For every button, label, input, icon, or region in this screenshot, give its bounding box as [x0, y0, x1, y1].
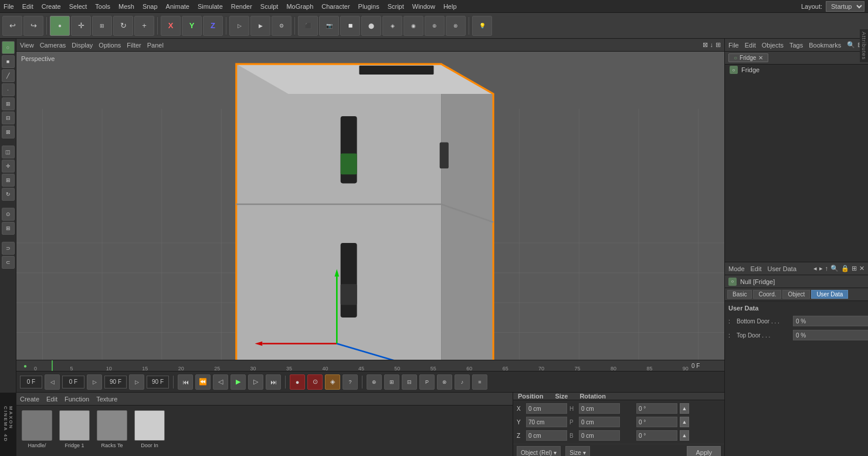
coord-y-pos-input[interactable] [526, 417, 567, 427]
coord-z-size-input[interactable] [579, 430, 620, 441]
coord-y-rot-input[interactable] [636, 417, 677, 427]
obj-menu-objects[interactable]: Objects [762, 42, 784, 49]
move-tool-btn[interactable]: ✛ [2, 160, 15, 173]
motion-record-btn[interactable]: ⊕ [367, 374, 382, 390]
material-fridge[interactable]: Fridge 1 [57, 410, 91, 451]
viewport-menu-panel[interactable]: Panel [147, 42, 164, 49]
bottom-door-value-input[interactable] [793, 316, 868, 326]
key-all-btn[interactable]: ◈ [325, 374, 340, 390]
go-to-start-btn[interactable]: ⏮ [178, 374, 193, 390]
menu-animate[interactable]: Animate [166, 3, 189, 10]
fridge-tab[interactable]: ○ Fridge ✕ [728, 53, 768, 62]
grid-btn[interactable]: ⊞ [2, 222, 15, 235]
attr-expand-icon[interactable]: ⊞ [852, 265, 857, 272]
render-settings-button[interactable]: ⚙ [272, 16, 291, 36]
start-frame-input[interactable] [20, 376, 42, 389]
menu-mograph[interactable]: MoGraph [286, 3, 313, 10]
timeline-ruler[interactable]: 0 5 10 15 20 25 30 35 40 45 50 55 60 65 … [34, 360, 689, 371]
viewport-maximize-icon[interactable]: ⊠ [703, 41, 708, 49]
coord-x-size-input[interactable] [579, 403, 620, 414]
scale-tool-button[interactable]: ⊞ [92, 16, 112, 36]
menu-create[interactable]: Create [42, 3, 61, 10]
snapping-button[interactable]: 🔲 [340, 16, 360, 36]
step-back-btn[interactable]: ◁ [213, 374, 228, 390]
attr-menu-edit[interactable]: Edit [751, 265, 762, 272]
size-dropdown[interactable]: Size ▾ [565, 446, 589, 456]
auto-key-btn[interactable]: ⊙ [307, 374, 323, 390]
attr-forward-icon[interactable]: ▸ [819, 265, 823, 272]
viewport-menu-display[interactable]: Display [72, 42, 93, 49]
viewport-menu-filter[interactable]: Filter [127, 42, 141, 49]
world-coord-button[interactable]: ⊗ [446, 16, 466, 36]
deform-button[interactable]: ◉ [404, 16, 423, 36]
timeline-btn[interactable]: ⊟ [402, 374, 417, 390]
axis-y-button[interactable]: Y [182, 16, 202, 36]
attr-menu-userdata[interactable]: User Data [768, 265, 797, 272]
viewport-menu-cameras[interactable]: Cameras [40, 42, 66, 49]
end-frame-input-1[interactable] [104, 376, 127, 389]
coord-z-up-btn[interactable]: ▲ [680, 430, 689, 441]
end-frame-set-btn[interactable]: ▷ [129, 374, 144, 390]
current-frame-input[interactable] [62, 376, 84, 389]
axis-z-button[interactable]: Z [203, 16, 223, 36]
magnet-btn[interactable]: ⊙ [2, 208, 15, 221]
material-racks[interactable]: Racks Te [95, 410, 129, 451]
obj-menu-bookmarks[interactable]: Bookmarks [809, 42, 841, 49]
menu-render[interactable]: Render [231, 3, 252, 10]
obj-menu-edit[interactable]: Edit [745, 42, 756, 49]
scale-btn[interactable]: ⊞ [2, 174, 15, 187]
object-row-fridge[interactable]: ○ Fridge [725, 65, 868, 75]
set-keyframe-start-btn[interactable]: ◁ [45, 374, 60, 390]
axis-center-button[interactable]: ⊕ [425, 16, 445, 36]
attr-search-icon[interactable]: 🔍 [830, 265, 839, 272]
render-view-button[interactable]: ▶ [250, 16, 270, 36]
top-door-value-input[interactable] [793, 330, 868, 340]
viewport-expand-icon[interactable]: ⊞ [716, 41, 721, 49]
viewport-camera-icon[interactable]: ↓ [710, 41, 714, 49]
coord-y-size-input[interactable] [579, 417, 620, 427]
attr-up-icon[interactable]: ↑ [825, 265, 829, 272]
fridge-tab-close[interactable]: ✕ [758, 55, 763, 61]
materials-menu-edit[interactable]: Edit [46, 396, 57, 403]
menu-help[interactable]: Help [443, 3, 457, 10]
axis-x-button[interactable]: X [161, 16, 181, 36]
material-handle[interactable]: Handle/ [20, 410, 54, 451]
go-to-end-btn[interactable]: ⏭ [266, 374, 281, 390]
menu-simulate[interactable]: Simulate [198, 3, 223, 10]
undo-button[interactable]: ↩ [2, 16, 22, 36]
attr-back-icon[interactable]: ◂ [813, 265, 817, 272]
menu-script[interactable]: Script [388, 3, 404, 10]
redo-button[interactable]: ↪ [23, 16, 43, 36]
attr-tab-userdata[interactable]: User Data [811, 290, 848, 299]
uvw-mode-btn[interactable]: ⊞ [2, 97, 15, 110]
attr-lock-icon[interactable]: 🔒 [841, 265, 849, 272]
menu-tools[interactable]: Tools [95, 3, 110, 10]
materials-menu-function[interactable]: Function [65, 396, 89, 403]
layout-dropdown[interactable]: Startup [826, 1, 864, 12]
texture-mode-btn[interactable]: ⊟ [2, 112, 15, 124]
attr-tab-coord[interactable]: Coord. [753, 290, 781, 299]
motion-clip-btn[interactable]: ⊞ [384, 374, 399, 390]
menu-character[interactable]: Character [321, 3, 350, 10]
play-btn[interactable]: ▶ [230, 374, 246, 390]
object-mode-btn[interactable]: ○ [2, 41, 15, 54]
model-mode-button[interactable]: ● [50, 16, 70, 36]
coord-z-rot-input[interactable] [636, 430, 677, 441]
motion-system-btn[interactable]: ⊗ [437, 374, 452, 390]
polygon-mode-btn[interactable]: ■ [2, 55, 15, 68]
layer-btn[interactable]: ≡ [472, 374, 487, 390]
workplane-btn[interactable]: ⊠ [2, 126, 15, 139]
attr-settings-icon[interactable]: ✕ [859, 265, 864, 272]
coord-z-pos-input[interactable] [526, 430, 567, 441]
coord-x-up-btn[interactable]: ▲ [680, 403, 689, 414]
play-reverse-btn[interactable]: ⏪ [195, 374, 211, 390]
menu-plugins[interactable]: Plugins [358, 3, 379, 10]
add-tool-button[interactable]: + [134, 16, 154, 36]
menu-file[interactable]: File [4, 3, 14, 10]
sound-btn[interactable]: ♪ [455, 374, 470, 390]
material-door[interactable]: Door In [133, 410, 167, 451]
materials-menu-create[interactable]: Create [20, 396, 39, 403]
coord-x-pos-input[interactable] [526, 403, 567, 414]
sculpt-paint-btn[interactable]: ⊂ [2, 256, 15, 269]
key-sel-btn[interactable]: ? [343, 374, 358, 390]
